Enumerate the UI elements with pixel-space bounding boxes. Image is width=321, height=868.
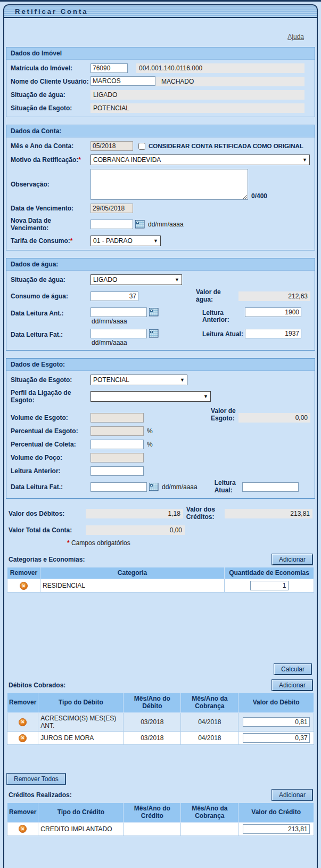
situacao-esgoto-value: POTENCIAL [90, 103, 304, 113]
percentual-coleta-input[interactable] [90, 440, 144, 449]
mes-debito-cell: 03/2018 [124, 731, 181, 744]
remove-icon[interactable]: ✕ [19, 718, 27, 726]
col-valor-debito: Valor do Débito [238, 693, 314, 713]
observacao-label: Observação: [11, 169, 90, 188]
nova-vencimento-label: Nova Data de Vencimento: [11, 217, 90, 232]
situacao-esgoto-label: Situação de Esgoto: [11, 104, 90, 112]
inscricao-value: 004.001.140.0116.000 [136, 63, 304, 73]
col-mes-debito: Mês/Ano do Débito [124, 693, 181, 713]
valor-agua-label: Valor de água: [196, 289, 238, 304]
leitura-anterior-agua-input[interactable] [245, 307, 301, 317]
valor-debitos-label: Valor dos Débitos: [9, 510, 86, 517]
tipo-debito-cell: ACRESCIMO(S) MES(ES) ANT. [38, 712, 124, 731]
tarifa-select[interactable]: 01 - PADRAO ▼ [90, 236, 161, 246]
observacao-textarea[interactable] [90, 169, 248, 200]
consumo-input[interactable] [90, 291, 138, 301]
creditos-table: Remover Tipo do Crédito Mês/Ano do Crédi… [7, 802, 314, 836]
valor-agua-value: 212,63 [238, 291, 310, 301]
vencimento-label: Data de Vencimento: [11, 205, 90, 212]
matricula-input[interactable] [90, 63, 128, 73]
date-format-hint: dd/mm/aaaa [92, 318, 159, 325]
required-fields-note: * Campos obrigatórios [67, 539, 317, 547]
volume-poco-label: Volume do Poço: [11, 454, 90, 461]
percentual-esgoto-label: Percentual de Esgoto: [11, 427, 90, 435]
agua-situacao-select[interactable]: LIGADO ▼ [90, 274, 182, 285]
creditos-label: Créditos Realizados: [9, 791, 72, 799]
mes-cobranca-cell: 04/2018 [181, 731, 238, 744]
remove-icon[interactable]: ✕ [20, 582, 28, 590]
table-row: ✕ RESIDENCIAL [7, 579, 314, 593]
table-row: ✕ CREDITO IMPLANTADO [7, 822, 314, 835]
esgoto-situacao-select[interactable]: POTENCIAL ▼ [90, 375, 187, 385]
volume-esgoto-input [90, 413, 144, 423]
calendar-icon[interactable] [135, 220, 145, 229]
cliente-sobrenome-value: MACHADO [161, 78, 194, 85]
leitura-atual-esgoto-input[interactable] [242, 482, 299, 492]
valor-debito-input[interactable] [243, 733, 310, 743]
help-link[interactable]: Ajuda [287, 33, 304, 40]
content-frame: Ajuda Dados do Imóvel Matrícula do Imóve… [3, 18, 318, 868]
nova-vencimento-input[interactable] [90, 220, 133, 229]
remove-icon[interactable]: ✕ [19, 825, 27, 833]
considerar-original-checkbox[interactable] [138, 143, 145, 150]
valor-debito-input[interactable] [243, 717, 310, 727]
vencimento-input [90, 204, 133, 213]
section-dados-agua: Dados de água: Situação de água: LIGADO … [6, 258, 315, 351]
data-leitura-fat-esgoto-input[interactable] [90, 482, 147, 492]
dropdown-arrow-icon: ▼ [203, 394, 208, 399]
perfil-ligacao-label: Perfil da Ligação de Esgoto: [11, 389, 90, 404]
date-format-hint: dd/mm/aaaa [92, 339, 159, 346]
cliente-label: Nome do Cliente Usuário: [11, 78, 90, 85]
situacao-agua-label: Situação de água: [11, 91, 90, 99]
motivo-select[interactable]: COBRANCA INDEVIDA ▼ [90, 155, 310, 165]
valor-debitos-value: 1,18 [86, 509, 183, 518]
volume-esgoto-label: Volume de Esgoto: [11, 408, 90, 421]
tipo-debito-cell: JUROS DE MORA [38, 731, 124, 744]
categorias-table: Remover Categoria Quantidade de Economia… [7, 567, 314, 593]
percent-sign: % [147, 441, 153, 448]
adicionar-debito-button[interactable]: Adicionar [272, 680, 312, 691]
section-header-imovel: Dados do Imóvel [6, 47, 315, 60]
data-leitura-ant-label: Data Leitura Ant.: [11, 307, 90, 317]
calendar-icon[interactable] [149, 308, 159, 317]
col-remover: Remover [7, 693, 38, 713]
col-qtd-economias: Quantidade de Economias [225, 567, 314, 579]
debitos-table: Remover Tipo do Débito Mês/Ano do Débito… [7, 693, 314, 745]
calcular-button[interactable]: Calcular [274, 664, 311, 675]
leitura-atual-agua-input[interactable] [245, 329, 301, 338]
valor-esgoto-label: Valor de Esgoto: [211, 408, 238, 423]
remover-todos-button[interactable]: Remover Todos [7, 774, 65, 784]
observacao-counter: 0/400 [251, 192, 267, 200]
mes-cobranca-cell [181, 822, 238, 835]
date-format-hint: dd/mm/aaaa [162, 483, 197, 491]
cliente-nome-input[interactable] [90, 76, 155, 86]
col-mes-cobranca: Mês/Ano da Cobrança [181, 802, 238, 822]
section-dados-imovel: Dados do Imóvel Matrícula do Imóvel: 004… [6, 47, 315, 117]
section-dados-conta: Dados da Conta: Mês e Ano da Conta: CONS… [6, 125, 315, 250]
calendar-icon[interactable] [149, 329, 159, 338]
date-format-hint: dd/mm/aaaa [148, 221, 184, 228]
dropdown-arrow-icon: ▼ [153, 238, 158, 244]
table-row: ✕ JUROS DE MORA 03/2018 04/2018 [7, 731, 314, 744]
valor-total-value: 0,00 [86, 525, 185, 535]
data-leitura-ant-input[interactable] [90, 307, 147, 317]
leitura-atual-agua-label: Leitura Atual: [202, 329, 245, 338]
data-leitura-fat-agua-label: Data Leitura Fat.: [11, 329, 90, 338]
valor-credito-input[interactable] [243, 824, 310, 834]
quantidade-economias-input[interactable] [250, 581, 289, 590]
matricula-label: Matrícula do Imóvel: [11, 64, 90, 72]
leitura-anterior-esgoto-input[interactable] [90, 466, 144, 476]
calendar-icon[interactable] [149, 483, 159, 491]
perfil-ligacao-select[interactable]: ▼ [90, 391, 211, 402]
adicionar-categoria-button[interactable]: Adicionar [272, 554, 312, 565]
adicionar-credito-button[interactable]: Adicionar [272, 790, 312, 800]
situacao-agua-value: LIGADO [90, 90, 304, 100]
col-tipo-debito: Tipo do Débito [38, 693, 124, 713]
leitura-anterior-agua-label: Leitura Anterior: [202, 307, 245, 325]
data-leitura-fat-agua-input[interactable] [90, 329, 147, 338]
col-remover: Remover [7, 567, 40, 579]
percentual-coleta-label: Percentual de Coleta: [11, 441, 90, 448]
remove-icon[interactable]: ✕ [19, 734, 27, 742]
percentual-esgoto-input [90, 426, 144, 436]
col-categoria: Categoria [40, 567, 225, 579]
